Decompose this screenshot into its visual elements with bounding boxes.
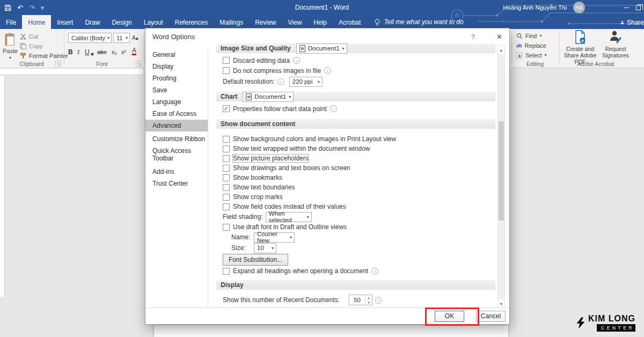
show-bookmarks-checkbox[interactable]	[223, 174, 230, 181]
tab-references[interactable]: References	[169, 15, 214, 29]
underline-dropdown-icon[interactable]: ▾	[91, 49, 94, 59]
chevron-down-icon: ▾	[289, 94, 291, 99]
info-icon[interactable]: i	[371, 268, 378, 275]
tab-layout[interactable]: Layout	[138, 15, 169, 29]
draft-font-size-select[interactable]: 10 ▾	[254, 243, 276, 253]
request-signatures-button[interactable]: Request Signatures	[600, 30, 631, 58]
account-name[interactable]: Hoàng Anh Nguyễn Thi	[503, 4, 567, 11]
nav-item-ease-of-access[interactable]: Ease of Access	[145, 108, 208, 120]
chart-properties-checkbox[interactable]: ✓	[223, 105, 230, 112]
superscript-button[interactable]: x²	[121, 47, 126, 57]
strikethrough-button[interactable]: abc	[97, 47, 107, 57]
show-picture-placeholders-checkbox[interactable]	[223, 155, 230, 162]
spinner-down-icon[interactable]: ▾	[365, 300, 372, 305]
show-field-codes-checkbox[interactable]	[223, 203, 230, 210]
info-icon[interactable]: i	[324, 67, 331, 74]
close-icon[interactable]: ✕	[496, 33, 502, 41]
font-size-select[interactable]: 11 ▾	[113, 33, 130, 43]
info-icon[interactable]: i	[293, 57, 300, 64]
font-dialog-launcher-icon[interactable]: ↘	[136, 61, 142, 67]
paste-button[interactable]: Paste ▾	[2, 31, 19, 64]
select-button[interactable]: Select ▾	[516, 50, 547, 60]
nav-item-quick-access-toolbar[interactable]: Quick Access Toolbar	[145, 145, 208, 164]
font-family-select[interactable]: Calibri (Body) ▾	[68, 33, 112, 43]
nav-item-language[interactable]: Language	[145, 96, 208, 108]
nav-item-display[interactable]: Display	[145, 61, 208, 72]
chart-target-document-select[interactable]: W Document1 ▾	[243, 92, 294, 102]
subscript-button[interactable]: x₂	[112, 47, 117, 57]
info-icon[interactable]: i	[375, 297, 382, 304]
nav-item-proofing[interactable]: Proofing	[145, 72, 208, 84]
cancel-button[interactable]: Cancel	[476, 311, 506, 322]
nav-item-customize-ribbon[interactable]: Customize Ribbon	[145, 133, 208, 145]
create-share-pdf-button[interactable]: Create and Share Adobe PDF	[562, 30, 598, 65]
default-resolution-select[interactable]: 220 ppi ▾	[289, 77, 323, 87]
font-color-button[interactable]: A	[132, 47, 136, 55]
minimize-icon[interactable]	[624, 8, 630, 8]
restore-icon[interactable]	[636, 5, 641, 10]
cut-button[interactable]: Cut	[20, 32, 38, 41]
paste-dropdown-icon[interactable]: ▾	[9, 55, 11, 60]
show-field-codes-row: Show field codes instead of their values	[216, 202, 495, 211]
nav-item-advanced[interactable]: Advanced	[145, 120, 208, 131]
underline-button[interactable]: U	[85, 47, 90, 57]
show-background-colors-checkbox[interactable]	[223, 136, 230, 143]
show-text-wrapped-checkbox[interactable]	[223, 145, 230, 152]
tab-file[interactable]: File	[0, 15, 22, 29]
help-icon[interactable]: ?	[471, 33, 475, 41]
draft-font-name-select[interactable]: Courier New ▾	[254, 232, 295, 243]
vertical-ruler[interactable]	[0, 76, 5, 297]
show-drawings-checkbox[interactable]	[223, 165, 230, 172]
bold-button[interactable]: B	[68, 47, 73, 57]
document-page[interactable]	[154, 325, 508, 337]
tab-draw[interactable]: Draw	[79, 15, 106, 29]
grow-font-button[interactable]: A▴	[132, 33, 138, 43]
font-substitution-row: Font Substitution...	[216, 253, 495, 266]
draft-font-checkbox[interactable]	[223, 224, 230, 231]
scrollbar-thumb[interactable]	[499, 121, 504, 221]
scroll-down-icon[interactable]: ▼	[498, 300, 504, 307]
ribbon-tab-bar: File Home Insert Draw Design Layout Refe…	[0, 15, 644, 29]
italic-button[interactable]: I	[77, 47, 79, 57]
clipboard-dialog-launcher-icon[interactable]: ↘	[55, 61, 61, 67]
copy-button[interactable]: Copy	[20, 41, 43, 50]
chart-properties-row: ✓ Properties follow chart data point i	[216, 104, 495, 114]
tab-insert[interactable]: Insert	[51, 15, 79, 29]
tab-mailings[interactable]: Mailings	[214, 15, 249, 29]
no-compress-images-checkbox[interactable]	[223, 67, 230, 74]
nav-item-general[interactable]: General	[145, 49, 208, 61]
horizontal-ruler[interactable]	[0, 69, 143, 75]
avatar[interactable]: HA	[573, 2, 585, 13]
info-icon[interactable]: i	[277, 78, 284, 85]
nav-item-save[interactable]: Save	[145, 84, 208, 96]
nav-item-trust-center[interactable]: Trust Center	[145, 178, 208, 189]
tell-me-box[interactable]: Tell me what you want to do	[374, 15, 463, 29]
image-target-document-select[interactable]: W Document1 ▾	[296, 43, 347, 54]
info-icon[interactable]: i	[330, 105, 337, 112]
tab-view[interactable]: View	[282, 15, 308, 29]
find-button[interactable]: Find ▾	[516, 31, 541, 40]
expand-headings-checkbox[interactable]	[223, 268, 230, 275]
spinner-up-icon[interactable]: ▴	[365, 295, 372, 300]
tab-design[interactable]: Design	[106, 15, 137, 29]
field-shading-select[interactable]: When selected ▾	[266, 212, 312, 222]
dialog-scrollbar[interactable]: ▲ ▼	[497, 46, 505, 308]
show-bookmarks-row: Show bookmarks	[216, 173, 495, 182]
show-crop-marks-checkbox[interactable]	[223, 194, 230, 201]
tab-review[interactable]: Review	[249, 15, 282, 29]
field-shading-row: Field shading: When selected ▾	[216, 211, 495, 222]
scroll-up-icon[interactable]: ▲	[498, 46, 504, 54]
discard-editing-data-checkbox[interactable]	[223, 57, 230, 64]
font-substitution-button[interactable]: Font Substitution...	[223, 254, 288, 266]
nav-item-add-ins[interactable]: Add-ins	[145, 166, 208, 178]
chevron-down-icon: ▾	[307, 215, 309, 219]
share-button[interactable]: Share	[620, 15, 644, 29]
tab-home[interactable]: Home	[22, 15, 51, 29]
tab-acrobat[interactable]: Acrobat	[333, 15, 367, 29]
dialog-content: Image Size and Quality W Document1 ▾ Dis…	[216, 43, 495, 308]
replace-button[interactable]: ab Replace	[516, 41, 546, 50]
tab-help[interactable]: Help	[308, 15, 333, 29]
show-text-boundaries-checkbox[interactable]	[223, 184, 230, 191]
recent-documents-spinner[interactable]: 50 ▴ ▾	[349, 295, 372, 305]
format-painter-button[interactable]: Format Painter	[20, 51, 68, 60]
